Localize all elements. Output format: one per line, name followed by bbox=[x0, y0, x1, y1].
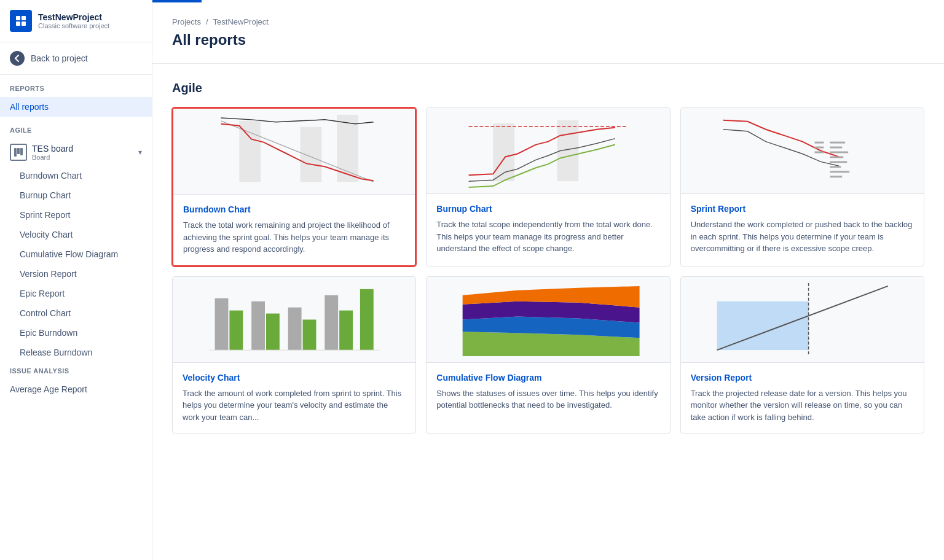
issue-analysis-section-header: ISSUE ANALYSIS bbox=[0, 362, 152, 379]
agile-sub-items: Burndown Chart Burnup Chart Sprint Repor… bbox=[0, 166, 152, 362]
project-type: Classic software project bbox=[38, 22, 109, 29]
svg-rect-16 bbox=[814, 151, 824, 153]
sidebar-item-epic[interactable]: Epic Report bbox=[10, 284, 152, 303]
svg-rect-30 bbox=[303, 319, 317, 350]
sidebar-item-average-age[interactable]: Average Age Report bbox=[0, 379, 152, 399]
project-icon bbox=[10, 10, 32, 32]
sidebar-item-cfd[interactable]: Cumulative Flow Diagram bbox=[10, 244, 152, 264]
velocity-chart-preview bbox=[173, 277, 415, 363]
svg-rect-20 bbox=[830, 156, 843, 158]
burndown-card-title[interactable]: Burndown Chart bbox=[183, 204, 405, 214]
svg-rect-1 bbox=[22, 16, 26, 20]
sidebar-item-burndown[interactable]: Burndown Chart bbox=[10, 166, 152, 185]
sidebar-board-item[interactable]: TES board Board ▾ bbox=[0, 139, 152, 166]
board-icon bbox=[10, 144, 27, 161]
breadcrumb-sep: / bbox=[206, 17, 208, 26]
project-name: TestNewProject bbox=[38, 12, 109, 22]
svg-rect-19 bbox=[830, 151, 848, 153]
svg-rect-23 bbox=[830, 171, 849, 173]
sidebar-item-burnup[interactable]: Burnup Chart bbox=[10, 185, 152, 205]
report-card-velocity[interactable]: Velocity Chart Track the amount of work … bbox=[172, 276, 416, 434]
velocity-card-title[interactable]: Velocity Chart bbox=[183, 373, 406, 383]
svg-rect-4 bbox=[14, 148, 17, 157]
svg-rect-39 bbox=[717, 301, 808, 349]
sidebar-item-velocity[interactable]: Velocity Chart bbox=[10, 225, 152, 244]
svg-rect-15 bbox=[814, 147, 824, 149]
project-header[interactable]: TestNewProject Classic software project bbox=[0, 0, 152, 42]
svg-rect-18 bbox=[830, 147, 842, 149]
sidebar: TestNewProject Classic software project … bbox=[0, 0, 152, 560]
report-card-burndown[interactable]: Burndown Chart Track the total work rema… bbox=[172, 107, 416, 266]
svg-rect-22 bbox=[830, 166, 841, 168]
report-card-burnup[interactable]: Burnup Chart Track the total scope indep… bbox=[426, 107, 670, 266]
svg-rect-21 bbox=[830, 161, 847, 163]
main-content: Projects / TestNewProject All reports Ag… bbox=[152, 0, 944, 560]
burndown-card-desc: Track the total work remaining and proje… bbox=[183, 219, 405, 255]
cfd-card-desc: Shows the statuses of issues over time. … bbox=[436, 387, 659, 411]
cfd-chart-preview bbox=[427, 277, 669, 363]
sprint-card-body: Sprint Report Understand the work comple… bbox=[681, 194, 924, 265]
burnup-card-desc: Track the total scope independently from… bbox=[436, 219, 659, 255]
cfd-card-title[interactable]: Cumulative Flow Diagram bbox=[436, 373, 659, 383]
chevron-down-icon: ▾ bbox=[138, 148, 142, 157]
report-card-sprint[interactable]: Sprint Report Understand the work comple… bbox=[680, 107, 924, 266]
svg-rect-2 bbox=[16, 21, 20, 26]
svg-rect-14 bbox=[814, 142, 824, 144]
svg-rect-31 bbox=[324, 295, 338, 349]
burndown-chart-preview bbox=[173, 109, 415, 195]
burnup-card-body: Burnup Chart Track the total scope indep… bbox=[427, 194, 669, 265]
back-icon bbox=[10, 51, 25, 66]
sidebar-item-release-burndown[interactable]: Release Burndown bbox=[10, 343, 152, 362]
sidebar-item-control[interactable]: Control Chart bbox=[10, 303, 152, 323]
board-name: TES board bbox=[32, 144, 138, 154]
sprint-chart-preview bbox=[681, 108, 924, 194]
version-chart-preview bbox=[681, 277, 924, 363]
report-card-cfd[interactable]: Cumulative Flow Diagram Shows the status… bbox=[426, 276, 670, 434]
breadcrumb-project[interactable]: TestNewProject bbox=[213, 17, 269, 26]
breadcrumb: Projects / TestNewProject bbox=[152, 2, 944, 31]
sprint-card-title[interactable]: Sprint Report bbox=[691, 204, 914, 214]
reports-section-header: Reports bbox=[0, 75, 152, 97]
agile-section-header: AGILE bbox=[0, 117, 152, 139]
svg-rect-32 bbox=[339, 310, 353, 350]
svg-rect-33 bbox=[360, 289, 374, 349]
svg-rect-8 bbox=[301, 127, 322, 182]
sprint-card-desc: Understand the work completed or pushed … bbox=[691, 219, 914, 255]
report-card-version[interactable]: Version Report Track the projected relea… bbox=[680, 276, 924, 434]
project-info: TestNewProject Classic software project bbox=[38, 12, 109, 29]
svg-rect-6 bbox=[20, 148, 23, 155]
burndown-card-body: Burndown Chart Track the total work rema… bbox=[173, 195, 415, 265]
reports-grid: Burndown Chart Track the total work rema… bbox=[152, 107, 944, 453]
velocity-card-body: Velocity Chart Track the amount of work … bbox=[173, 363, 415, 434]
board-info: TES board Board bbox=[32, 144, 138, 161]
velocity-card-desc: Track the amount of work completed from … bbox=[183, 387, 406, 424]
burnup-chart-preview bbox=[427, 108, 669, 194]
board-type: Board bbox=[32, 154, 138, 161]
cfd-card-body: Cumulative Flow Diagram Shows the status… bbox=[427, 363, 669, 421]
svg-rect-25 bbox=[215, 298, 229, 349]
svg-rect-24 bbox=[830, 176, 842, 177]
breadcrumb-projects[interactable]: Projects bbox=[172, 17, 201, 26]
svg-rect-17 bbox=[830, 142, 845, 144]
svg-rect-3 bbox=[22, 21, 26, 26]
back-to-project-button[interactable]: Back to project bbox=[0, 42, 152, 75]
svg-rect-27 bbox=[251, 301, 265, 349]
sidebar-item-all-reports[interactable]: All reports bbox=[0, 97, 152, 117]
svg-rect-28 bbox=[266, 313, 280, 350]
sidebar-item-epic-burndown[interactable]: Epic Burndown bbox=[10, 323, 152, 343]
version-card-body: Version Report Track the projected relea… bbox=[681, 363, 924, 434]
sidebar-item-sprint[interactable]: Sprint Report bbox=[10, 205, 152, 225]
svg-rect-29 bbox=[288, 307, 302, 350]
back-label: Back to project bbox=[31, 53, 88, 63]
burnup-card-title[interactable]: Burnup Chart bbox=[436, 204, 659, 214]
svg-rect-26 bbox=[229, 310, 243, 350]
version-card-title[interactable]: Version Report bbox=[691, 373, 914, 383]
page-title: All reports bbox=[152, 31, 944, 64]
sidebar-item-version[interactable]: Version Report bbox=[10, 264, 152, 284]
svg-rect-5 bbox=[17, 148, 20, 154]
version-card-desc: Track the projected release date for a v… bbox=[691, 387, 914, 424]
all-reports-label: All reports bbox=[10, 102, 49, 112]
agile-section-title: Agile bbox=[152, 64, 944, 107]
svg-rect-0 bbox=[16, 16, 20, 20]
